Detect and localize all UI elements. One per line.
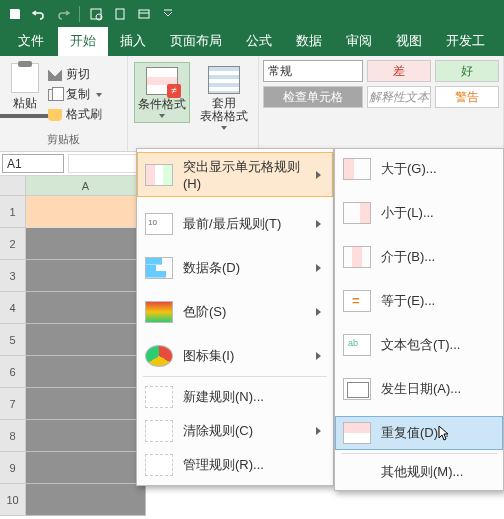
redo-icon[interactable] — [52, 3, 74, 25]
row-header[interactable]: 5 — [0, 324, 26, 356]
scissors-icon — [48, 69, 62, 81]
data-bars-icon — [145, 257, 173, 279]
menu-greater-than[interactable]: 大于(G)... — [335, 152, 503, 186]
row-header[interactable]: 2 — [0, 228, 26, 260]
menu-icon-sets[interactable]: 图标集(I) — [137, 339, 333, 373]
style-warn[interactable]: 警告 — [435, 86, 499, 108]
menu-less-than[interactable]: 小于(L)... — [335, 196, 503, 230]
menu-manage-rules[interactable]: 管理规则(R)... — [137, 448, 333, 482]
style-bad[interactable]: 差 — [367, 60, 431, 82]
svg-rect-2 — [116, 9, 124, 19]
tab-review[interactable]: 审阅 — [334, 27, 384, 56]
style-good[interactable]: 好 — [435, 60, 499, 82]
conditional-formatting-menu: 突出显示单元格规则(H) 最前/最后规则(T) 数据条(D) 色阶(S) 图标集… — [136, 148, 334, 486]
paste-label: 粘贴 — [13, 95, 37, 112]
tab-developer[interactable]: 开发工 — [434, 27, 497, 56]
tab-insert[interactable]: 插入 — [108, 27, 158, 56]
conditional-formatting-button[interactable]: 条件格式 — [134, 62, 190, 123]
menu-label: 大于(G)... — [381, 160, 495, 178]
qat-icon-2[interactable] — [109, 3, 131, 25]
menu-label: 新建规则(N)... — [183, 388, 325, 406]
name-box[interactable]: A1 — [2, 154, 64, 173]
between-icon — [343, 246, 371, 268]
row-header[interactable]: 8 — [0, 420, 26, 452]
row-header[interactable]: 4 — [0, 292, 26, 324]
tab-file[interactable]: 文件 — [4, 27, 58, 56]
menu-label: 最前/最后规则(T) — [183, 215, 306, 233]
text-contains-icon — [343, 334, 371, 356]
cell[interactable] — [26, 292, 146, 324]
cell[interactable] — [26, 228, 146, 260]
column-a — [26, 196, 146, 516]
column-header[interactable]: A — [26, 176, 146, 196]
cell[interactable] — [26, 420, 146, 452]
menu-highlight-rules[interactable]: 突出显示单元格规则(H) — [137, 152, 333, 197]
top-rules-icon — [145, 213, 173, 235]
menu-text-contains[interactable]: 文本包含(T)... — [335, 328, 503, 362]
row-header[interactable]: 3 — [0, 260, 26, 292]
copy-button[interactable]: 复制 — [48, 86, 102, 103]
style-check[interactable]: 检查单元格 — [263, 86, 363, 108]
menu-between[interactable]: 介于(B)... — [335, 240, 503, 274]
cell[interactable] — [26, 356, 146, 388]
cell[interactable] — [26, 196, 146, 228]
menu-data-bars[interactable]: 数据条(D) — [137, 251, 333, 285]
tab-home[interactable]: 开始 — [58, 27, 108, 56]
highlight-rules-submenu: 大于(G)... 小于(L)... 介于(B)... 等于(E)... 文本包含… — [334, 148, 504, 491]
chevron-down-icon — [96, 93, 102, 97]
menu-equal-to[interactable]: 等于(E)... — [335, 284, 503, 318]
row-header[interactable]: 1 — [0, 196, 26, 228]
cell[interactable] — [26, 260, 146, 292]
ribbon: 粘贴 剪切 复制 格式刷 剪贴板 条件格式 套用 表格格式 常规 差 好 — [0, 56, 504, 152]
conditional-formatting-icon — [146, 67, 178, 95]
menu-label: 色阶(S) — [183, 303, 306, 321]
menu-more-rules[interactable]: 其他规则(M)... — [335, 457, 503, 487]
menu-label: 清除规则(C) — [183, 422, 306, 440]
cell[interactable] — [26, 324, 146, 356]
row-header[interactable]: 10 — [0, 484, 26, 516]
menu-new-rule[interactable]: 新建规则(N)... — [137, 380, 333, 414]
tab-view[interactable]: 视图 — [384, 27, 434, 56]
tab-formulas[interactable]: 公式 — [234, 27, 284, 56]
menu-date-occurring[interactable]: 发生日期(A)... — [335, 372, 503, 406]
menu-clear-rules[interactable]: 清除规则(C) — [137, 414, 333, 448]
menu-label: 发生日期(A)... — [381, 380, 495, 398]
format-painter-button[interactable]: 格式刷 — [48, 106, 102, 123]
paste-icon — [11, 63, 39, 93]
paste-button[interactable]: 粘贴 — [6, 59, 44, 126]
tab-pagelayout[interactable]: 页面布局 — [158, 27, 234, 56]
format-as-table-label: 套用 表格格式 — [200, 97, 248, 123]
format-as-table-button[interactable]: 套用 表格格式 — [196, 62, 252, 134]
menu-color-scales[interactable]: 色阶(S) — [137, 295, 333, 329]
menu-top-rules[interactable]: 最前/最后规则(T) — [137, 207, 333, 241]
icon-sets-icon — [145, 345, 173, 367]
style-note[interactable]: 解释性文本 — [367, 86, 431, 108]
chevron-down-icon — [0, 114, 53, 126]
cut-label: 剪切 — [66, 66, 90, 83]
cell[interactable] — [26, 484, 146, 516]
row-headers: 1 2 3 4 5 6 7 8 9 10 — [0, 196, 26, 516]
equal-to-icon — [343, 290, 371, 312]
clear-rules-icon — [145, 420, 173, 442]
row-header[interactable]: 9 — [0, 452, 26, 484]
chevron-right-icon — [316, 427, 321, 435]
qat-icon-3[interactable] — [133, 3, 155, 25]
row-header[interactable]: 7 — [0, 388, 26, 420]
save-icon[interactable] — [4, 3, 26, 25]
tab-data[interactable]: 数据 — [284, 27, 334, 56]
copy-icon — [48, 89, 62, 101]
qat-customize-icon[interactable] — [157, 3, 179, 25]
qat-icon-1[interactable] — [85, 3, 107, 25]
number-format-select[interactable]: 常规 — [263, 60, 363, 82]
row-header[interactable]: 6 — [0, 356, 26, 388]
cell[interactable] — [26, 388, 146, 420]
chevron-right-icon — [316, 352, 321, 360]
undo-icon[interactable] — [28, 3, 50, 25]
greater-than-icon — [343, 158, 371, 180]
menu-label: 文本包含(T)... — [381, 336, 495, 354]
select-all-corner[interactable] — [0, 176, 26, 196]
menu-duplicate-values[interactable]: 重复值(D)... — [335, 416, 503, 450]
cell[interactable] — [26, 452, 146, 484]
cut-button[interactable]: 剪切 — [48, 66, 102, 83]
new-rule-icon — [145, 386, 173, 408]
